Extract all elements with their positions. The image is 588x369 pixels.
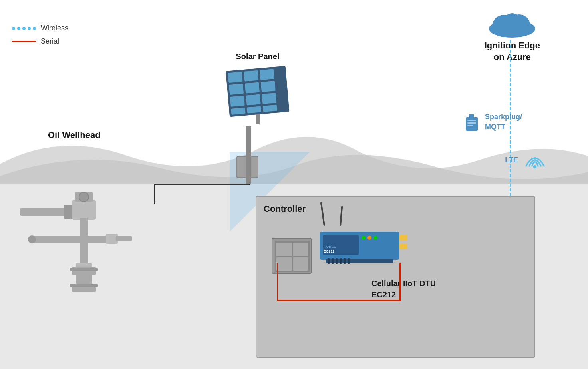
svg-rect-28: [256, 114, 260, 124]
svg-rect-29: [20, 208, 68, 216]
svg-point-3: [503, 13, 521, 31]
svg-rect-15: [245, 82, 260, 94]
lte-signal-icon: [522, 148, 548, 172]
wellhead-connection-horizontal: [154, 184, 250, 185]
solar-panel-icon: [222, 64, 294, 124]
svg-text:EC212: EC212: [324, 249, 335, 253]
wireless-label: Wireless: [41, 24, 68, 32]
svg-rect-7: [467, 122, 476, 124]
cloud-icon: [486, 8, 538, 38]
lte-label: LTE: [505, 156, 518, 164]
svg-point-51: [368, 236, 371, 240]
svg-rect-39: [116, 236, 132, 241]
legend-dot-5: [33, 27, 36, 30]
serial-line-left: [277, 263, 278, 301]
svg-rect-35: [60, 236, 108, 243]
serial-line-right: [399, 263, 401, 301]
svg-rect-8: [467, 125, 473, 126]
serial-line-bottom: [277, 300, 401, 301]
svg-point-9: [533, 165, 536, 168]
ec212-device-body: FANTEL EC212: [320, 224, 407, 264]
svg-rect-17: [230, 96, 245, 107]
sparkplug-container: Sparkplug/ MQTT: [463, 112, 522, 132]
oil-wellhead-icon: [20, 140, 172, 292]
legend-dot-1: [12, 27, 15, 30]
wellhead-label: Oil Wellhead: [48, 130, 101, 140]
cloud-label: Ignition Edge on Azure: [485, 40, 540, 63]
controller-label: Controller: [264, 204, 306, 214]
svg-point-52: [373, 236, 377, 240]
svg-rect-20: [231, 108, 245, 115]
ec212-device: FANTEL EC212: [320, 224, 407, 265]
solar-pole: [246, 126, 251, 184]
wireless-legend-item: Wireless: [12, 24, 68, 32]
legend-dot-4: [28, 27, 31, 30]
main-diagram: Wireless Serial Ignition Edge on Azure: [0, 0, 588, 369]
svg-rect-60: [344, 258, 346, 264]
svg-point-37: [28, 235, 36, 243]
wellhead-connection-vertical: [154, 184, 155, 204]
serial-line-icon: [12, 41, 36, 42]
legend-dot-3: [22, 27, 26, 30]
svg-rect-4: [466, 117, 478, 131]
svg-rect-21: [247, 106, 261, 113]
svg-rect-61: [348, 258, 350, 264]
svg-rect-44: [70, 284, 98, 287]
svg-rect-22: [263, 105, 277, 112]
svg-rect-48: [399, 244, 407, 249]
svg-rect-58: [336, 258, 338, 264]
serial-legend-item: Serial: [12, 37, 68, 46]
solar-panel-container: Solar Panel: [222, 52, 294, 126]
svg-rect-57: [332, 258, 334, 264]
svg-rect-56: [328, 258, 330, 264]
svg-text:FANTEL: FANTEL: [324, 245, 336, 249]
svg-rect-5: [469, 114, 474, 119]
wireless-line-icon: [12, 27, 36, 30]
serial-label: Serial: [41, 37, 59, 46]
svg-rect-45: [72, 287, 96, 292]
cloud-container: Ignition Edge on Azure: [485, 8, 540, 63]
svg-rect-11: [228, 72, 242, 83]
svg-rect-18: [246, 94, 261, 106]
controller-box: [256, 196, 535, 358]
svg-rect-59: [340, 258, 342, 264]
svg-rect-47: [399, 235, 407, 241]
svg-point-50: [362, 236, 366, 240]
svg-rect-14: [229, 84, 244, 95]
svg-rect-12: [244, 70, 258, 82]
sparkplug-device-icon: [463, 112, 480, 132]
legend: Wireless Serial: [12, 24, 68, 46]
svg-rect-16: [261, 81, 276, 92]
svg-point-33: [79, 192, 89, 202]
svg-rect-43: [70, 268, 98, 271]
svg-rect-19: [262, 93, 276, 104]
ec212-label: Cellular IIoT DTU EC212: [371, 278, 436, 300]
sparkplug-label: Sparkplug/ MQTT: [485, 112, 522, 132]
svg-rect-6: [467, 120, 476, 121]
solar-panel-label: Solar Panel: [222, 52, 294, 61]
svg-rect-36: [32, 236, 62, 243]
legend-dot-2: [17, 27, 20, 30]
svg-rect-31: [72, 200, 96, 220]
svg-rect-13: [260, 69, 274, 80]
